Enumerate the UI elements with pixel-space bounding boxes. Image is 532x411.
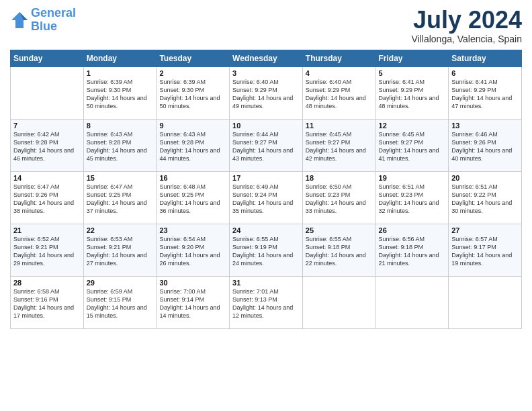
day-info: Sunrise: 6:47 AMSunset: 9:25 PMDaylight:…	[87, 183, 154, 216]
logo-text: General Blue	[31, 7, 76, 34]
day-number: 15	[87, 174, 154, 182]
day-number: 10	[232, 122, 300, 130]
logo-line1: General	[31, 6, 76, 19]
day-number: 4	[306, 69, 373, 77]
weekday-header: Friday	[375, 50, 449, 66]
day-info: Sunrise: 6:58 AMSunset: 9:16 PMDaylight:…	[13, 287, 81, 320]
logo: General Blue	[10, 7, 76, 34]
calendar-week-row: 21Sunrise: 6:52 AMSunset: 9:21 PMDayligh…	[11, 224, 522, 276]
calendar-cell: 2Sunrise: 6:39 AMSunset: 9:30 PMDaylight…	[157, 66, 230, 119]
calendar-week-row: 14Sunrise: 6:47 AMSunset: 9:26 PMDayligh…	[11, 171, 522, 224]
calendar-cell	[11, 66, 84, 119]
day-info: Sunrise: 6:50 AMSunset: 9:23 PMDaylight:…	[306, 183, 373, 216]
day-number: 29	[87, 279, 154, 287]
calendar-cell: 10Sunrise: 6:44 AMSunset: 9:27 PMDayligh…	[230, 119, 303, 171]
day-number: 9	[159, 122, 226, 130]
day-number: 16	[159, 174, 226, 182]
day-info: Sunrise: 6:45 AMSunset: 9:27 PMDaylight:…	[306, 130, 373, 163]
calendar-cell: 16Sunrise: 6:48 AMSunset: 9:25 PMDayligh…	[157, 171, 230, 224]
day-number: 8	[87, 122, 154, 130]
page: General Blue July 2024 Villalonga, Valen…	[0, 0, 532, 411]
day-number: 27	[451, 226, 519, 234]
day-number: 24	[232, 226, 300, 234]
calendar-cell: 31Sunrise: 7:01 AMSunset: 9:13 PMDayligh…	[230, 276, 303, 328]
calendar-cell: 11Sunrise: 6:45 AMSunset: 9:27 PMDayligh…	[302, 119, 375, 171]
day-info: Sunrise: 6:55 AMSunset: 9:19 PMDaylight:…	[232, 235, 300, 268]
day-info: Sunrise: 6:47 AMSunset: 9:26 PMDaylight:…	[13, 183, 81, 216]
calendar-cell	[449, 276, 522, 328]
calendar-cell	[375, 276, 449, 328]
day-number: 31	[232, 279, 300, 287]
calendar-cell: 1Sunrise: 6:39 AMSunset: 9:30 PMDaylight…	[83, 66, 157, 119]
weekday-header: Wednesday	[230, 50, 303, 66]
day-number: 28	[13, 279, 81, 287]
day-info: Sunrise: 6:51 AMSunset: 9:23 PMDaylight:…	[379, 183, 446, 216]
calendar-cell: 7Sunrise: 6:42 AMSunset: 9:28 PMDaylight…	[11, 119, 84, 171]
calendar-cell: 27Sunrise: 6:57 AMSunset: 9:17 PMDayligh…	[449, 224, 522, 276]
day-number: 22	[87, 226, 154, 234]
day-info: Sunrise: 6:40 AMSunset: 9:29 PMDaylight:…	[232, 78, 300, 111]
main-title: July 2024	[412, 7, 523, 34]
calendar-cell: 20Sunrise: 6:51 AMSunset: 9:22 PMDayligh…	[449, 171, 522, 224]
day-info: Sunrise: 6:39 AMSunset: 9:30 PMDaylight:…	[159, 78, 226, 111]
day-info: Sunrise: 6:44 AMSunset: 9:27 PMDaylight:…	[232, 130, 300, 163]
day-number: 6	[451, 69, 519, 77]
calendar-cell: 25Sunrise: 6:55 AMSunset: 9:18 PMDayligh…	[302, 224, 375, 276]
calendar-cell: 21Sunrise: 6:52 AMSunset: 9:21 PMDayligh…	[11, 224, 84, 276]
day-number: 11	[306, 122, 373, 130]
calendar-week-row: 7Sunrise: 6:42 AMSunset: 9:28 PMDaylight…	[11, 119, 522, 171]
calendar-table: SundayMondayTuesdayWednesdayThursdayFrid…	[10, 50, 522, 329]
day-info: Sunrise: 6:57 AMSunset: 9:17 PMDaylight:…	[451, 235, 519, 268]
day-info: Sunrise: 6:53 AMSunset: 9:21 PMDaylight:…	[87, 235, 154, 268]
calendar-cell: 6Sunrise: 6:41 AMSunset: 9:29 PMDaylight…	[449, 66, 522, 119]
calendar-cell: 4Sunrise: 6:40 AMSunset: 9:29 PMDaylight…	[302, 66, 375, 119]
calendar-cell	[302, 276, 375, 328]
calendar-cell: 18Sunrise: 6:50 AMSunset: 9:23 PMDayligh…	[302, 171, 375, 224]
calendar-cell: 19Sunrise: 6:51 AMSunset: 9:23 PMDayligh…	[375, 171, 449, 224]
day-info: Sunrise: 7:00 AMSunset: 9:14 PMDaylight:…	[159, 287, 226, 320]
day-info: Sunrise: 6:52 AMSunset: 9:21 PMDaylight:…	[13, 235, 81, 268]
weekday-header: Monday	[83, 50, 157, 66]
day-info: Sunrise: 6:41 AMSunset: 9:29 PMDaylight:…	[451, 78, 519, 111]
calendar-cell: 22Sunrise: 6:53 AMSunset: 9:21 PMDayligh…	[83, 224, 157, 276]
day-info: Sunrise: 6:59 AMSunset: 9:15 PMDaylight:…	[87, 287, 154, 320]
calendar-cell: 30Sunrise: 7:00 AMSunset: 9:14 PMDayligh…	[157, 276, 230, 328]
day-info: Sunrise: 6:40 AMSunset: 9:29 PMDaylight:…	[306, 78, 373, 111]
day-info: Sunrise: 6:55 AMSunset: 9:18 PMDaylight:…	[306, 235, 373, 268]
weekday-header: Saturday	[449, 50, 522, 66]
header: General Blue July 2024 Villalonga, Valen…	[10, 7, 522, 44]
day-number: 5	[379, 69, 446, 77]
day-number: 14	[13, 174, 81, 182]
day-number: 21	[13, 226, 81, 234]
calendar-cell: 12Sunrise: 6:45 AMSunset: 9:27 PMDayligh…	[375, 119, 449, 171]
logo-line2: Blue	[31, 19, 57, 33]
subtitle: Villalonga, Valencia, Spain	[412, 34, 523, 44]
day-info: Sunrise: 6:54 AMSunset: 9:20 PMDaylight:…	[159, 235, 226, 268]
calendar-cell: 23Sunrise: 6:54 AMSunset: 9:20 PMDayligh…	[157, 224, 230, 276]
calendar-cell: 9Sunrise: 6:43 AMSunset: 9:28 PMDaylight…	[157, 119, 230, 171]
day-number: 13	[451, 122, 519, 130]
day-info: Sunrise: 6:39 AMSunset: 9:30 PMDaylight:…	[87, 78, 154, 111]
day-info: Sunrise: 6:51 AMSunset: 9:22 PMDaylight:…	[451, 183, 519, 216]
calendar-cell: 28Sunrise: 6:58 AMSunset: 9:16 PMDayligh…	[11, 276, 84, 328]
day-number: 18	[306, 174, 373, 182]
weekday-header: Sunday	[11, 50, 84, 66]
day-info: Sunrise: 6:45 AMSunset: 9:27 PMDaylight:…	[379, 130, 446, 163]
calendar-cell: 8Sunrise: 6:43 AMSunset: 9:28 PMDaylight…	[83, 119, 157, 171]
day-number: 30	[159, 279, 226, 287]
day-number: 1	[87, 69, 154, 77]
weekday-header: Tuesday	[157, 50, 230, 66]
calendar-cell: 24Sunrise: 6:55 AMSunset: 9:19 PMDayligh…	[230, 224, 303, 276]
day-number: 23	[159, 226, 226, 234]
calendar-cell: 3Sunrise: 6:40 AMSunset: 9:29 PMDaylight…	[230, 66, 303, 119]
day-number: 17	[232, 174, 300, 182]
day-number: 25	[306, 226, 373, 234]
day-info: Sunrise: 6:42 AMSunset: 9:28 PMDaylight:…	[13, 130, 81, 163]
day-number: 26	[379, 226, 446, 234]
day-info: Sunrise: 6:43 AMSunset: 9:28 PMDaylight:…	[159, 130, 226, 163]
day-info: Sunrise: 6:41 AMSunset: 9:29 PMDaylight:…	[379, 78, 446, 111]
day-info: Sunrise: 6:49 AMSunset: 9:24 PMDaylight:…	[232, 183, 300, 216]
day-info: Sunrise: 6:56 AMSunset: 9:18 PMDaylight:…	[379, 235, 446, 268]
day-number: 12	[379, 122, 446, 130]
logo-icon	[10, 11, 29, 30]
